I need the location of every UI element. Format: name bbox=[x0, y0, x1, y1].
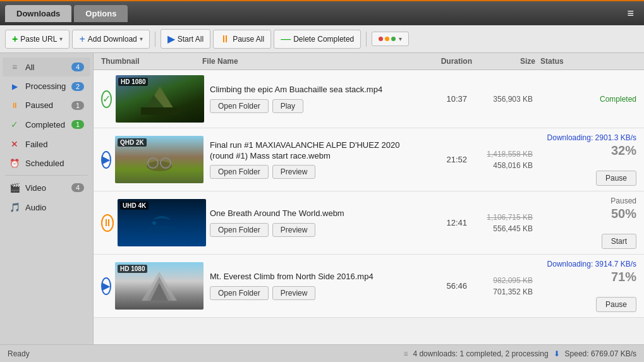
sidebar-item-completed[interactable]: ✓ Completed 1 bbox=[3, 115, 90, 134]
item-2-size-secondary: 458,016 KB bbox=[493, 161, 533, 170]
item-1-size: 356,903 KB bbox=[470, 94, 533, 105]
item-3-size-secondary: 556,445 KB bbox=[493, 224, 533, 233]
item-3-status-icon: ⏸ bbox=[101, 214, 114, 232]
item-3-start-btn[interactable]: Start bbox=[602, 234, 636, 249]
download-item-3: ⏸ UHD 4K One Breath Around The World.web… bbox=[94, 191, 644, 255]
header-thumbnail: Thumbnail bbox=[101, 57, 202, 66]
item-2-status-icon: ▶ bbox=[101, 151, 111, 169]
sidebar-item-audio[interactable]: 🎵 Audio bbox=[3, 198, 90, 217]
start-all-button[interactable]: ▶ Start All bbox=[161, 29, 210, 49]
sidebar-item-paused[interactable]: ⏸ Paused 1 bbox=[3, 96, 90, 114]
item-2-size-main: 1,418,558 KB bbox=[487, 150, 533, 159]
delete-completed-button[interactable]: — Delete Completed bbox=[274, 30, 361, 49]
item-2-size: 1,418,558 KB 458,016 KB bbox=[470, 148, 533, 171]
paste-url-button[interactable]: + Paste URL ▾ bbox=[5, 30, 70, 49]
item-3-status: Paused 50% Start bbox=[535, 196, 636, 249]
item-4-filename: Mt. Everest Climb from North Side 2016.m… bbox=[210, 272, 409, 282]
sidebar-item-video[interactable]: 🎬 Video 4 bbox=[3, 178, 90, 197]
sidebar-item-scheduled[interactable]: ⏰ Scheduled bbox=[3, 154, 90, 172]
sidebar-label-completed: Completed bbox=[25, 120, 66, 130]
sidebar-label-paused: Paused bbox=[25, 100, 66, 110]
item-1-info: Climbing the epic Am Buachaille sea stac… bbox=[205, 85, 414, 113]
header-duration: Duration bbox=[422, 57, 472, 66]
item-4-quality: HD 1080 bbox=[118, 265, 147, 273]
item-1-status: Completed bbox=[535, 95, 636, 104]
item-1-actions: Open Folder Play bbox=[210, 99, 409, 113]
item-3-quality: UHD 4K bbox=[120, 202, 149, 210]
status-bar: Ready ≡ 4 downloads: 1 completed, 2 proc… bbox=[0, 344, 644, 362]
item-4-duration: 56:46 bbox=[416, 281, 467, 291]
item-3-size-main: 1,106,715 KB bbox=[487, 213, 533, 222]
svg-point-7 bbox=[152, 221, 156, 225]
main-layout: ≡ All 4 ▶ Processing 2 ⏸ Paused 1 ✓ Comp… bbox=[0, 53, 644, 344]
toolbar-sep-1 bbox=[155, 32, 155, 47]
sidebar-item-all[interactable]: ≡ All 4 bbox=[3, 57, 90, 76]
content-area: Thumbnail File Name Duration Size Status… bbox=[94, 53, 644, 344]
item-3-preview[interactable]: Preview bbox=[272, 223, 316, 237]
item-4-preview[interactable]: Preview bbox=[272, 286, 316, 300]
item-4-status: Downloading: 3914.7 KB/s 71% Pause bbox=[535, 260, 636, 312]
item-4-size-secondary: 701,352 KB bbox=[493, 287, 533, 296]
status-speed: Speed: 6769.07 KB/s bbox=[565, 349, 636, 358]
download-item-1: ✓ HD 1080 Climbing the epic Am Buachaill… bbox=[94, 70, 644, 128]
status-downloads-icon: ≡ bbox=[403, 349, 408, 358]
item-2-thumbnail: QHD 2K bbox=[115, 136, 204, 183]
pause-all-button[interactable]: ⏸ Pause All bbox=[213, 30, 271, 49]
item-2-info: Final run #1 MAXIAVALANCHE ALPE D'HUEZ 2… bbox=[205, 140, 414, 179]
item-4-status-icon: ▶ bbox=[101, 277, 111, 295]
svg-point-6 bbox=[146, 226, 178, 233]
item-3-open-folder[interactable]: Open Folder bbox=[210, 223, 269, 237]
delete-completed-icon: — bbox=[281, 33, 291, 45]
menu-button[interactable]: ≡ bbox=[622, 4, 639, 23]
dots-button[interactable]: ▾ bbox=[372, 32, 409, 46]
item-1-open-folder[interactable]: Open Folder bbox=[210, 99, 269, 113]
sidebar-divider bbox=[5, 175, 88, 176]
title-bar: Downloads Options ≡ bbox=[0, 0, 644, 25]
item-1-play[interactable]: Play bbox=[272, 99, 303, 113]
item-1-thumbnail: HD 1080 bbox=[116, 75, 204, 123]
sidebar-badge-processing: 2 bbox=[71, 82, 84, 91]
tab-options[interactable]: Options bbox=[74, 5, 128, 22]
add-download-label: Add Download bbox=[88, 35, 137, 44]
item-4-pause-btn[interactable]: Pause bbox=[596, 297, 636, 312]
svg-point-3 bbox=[147, 161, 172, 171]
toolbar-sep-2 bbox=[366, 32, 367, 47]
item-1-status-icon: ✓ bbox=[101, 90, 112, 108]
add-download-button[interactable]: + Add Download ▾ bbox=[72, 30, 149, 49]
item-2-filename: Final run #1 MAXIAVALANCHE ALPE D'HUEZ 2… bbox=[210, 140, 409, 162]
svg-rect-2 bbox=[141, 107, 179, 115]
tab-downloads[interactable]: Downloads bbox=[5, 5, 71, 22]
item-2-pause-btn[interactable]: Pause bbox=[596, 171, 636, 186]
paste-url-label: Paste URL bbox=[20, 35, 57, 44]
sidebar-label-video: Video bbox=[25, 183, 66, 193]
header-status: Status bbox=[535, 57, 636, 66]
sidebar-label-audio: Audio bbox=[25, 203, 84, 212]
item-1-quality: HD 1080 bbox=[118, 78, 148, 86]
item-2-open-folder[interactable]: Open Folder bbox=[210, 165, 269, 179]
item-4-status-text: Downloading: 3914.7 KB/s bbox=[547, 260, 636, 268]
item-4-open-folder[interactable]: Open Folder bbox=[210, 286, 269, 300]
sidebar-item-failed[interactable]: ✕ Failed bbox=[3, 135, 90, 154]
dot-orange bbox=[385, 37, 389, 41]
plus-icon: + bbox=[12, 33, 18, 45]
item-2-progress: 32% bbox=[535, 143, 636, 158]
scheduled-icon: ⏰ bbox=[9, 159, 20, 168]
toolbar: + Paste URL ▾ + Add Download ▾ ▶ Start A… bbox=[0, 25, 644, 53]
dots-caret: ▾ bbox=[399, 35, 402, 42]
start-all-label: Start All bbox=[178, 35, 204, 44]
item-3-actions: Open Folder Preview bbox=[210, 223, 409, 237]
item-2-preview[interactable]: Preview bbox=[272, 165, 316, 179]
start-all-icon: ▶ bbox=[167, 33, 175, 45]
item-3-progress: 50% bbox=[535, 207, 636, 221]
item-1-left: ✓ HD 1080 bbox=[101, 75, 202, 123]
sidebar-badge-completed: 1 bbox=[71, 120, 84, 129]
sidebar-item-processing[interactable]: ▶ Processing 2 bbox=[3, 77, 90, 95]
download-item-4: ▶ HD 1080 Mt. Everest Climb from North S… bbox=[94, 255, 644, 318]
item-3-info: One Breath Around The World.webm Open Fo… bbox=[205, 208, 414, 237]
item-3-left: ⏸ UHD 4K bbox=[101, 199, 202, 246]
item-2-quality: QHD 2K bbox=[118, 138, 147, 147]
item-2-duration: 21:52 bbox=[416, 155, 467, 164]
add-download-icon: + bbox=[79, 33, 85, 45]
item-4-info: Mt. Everest Climb from North Side 2016.m… bbox=[205, 272, 414, 300]
all-icon: ≡ bbox=[9, 62, 20, 72]
